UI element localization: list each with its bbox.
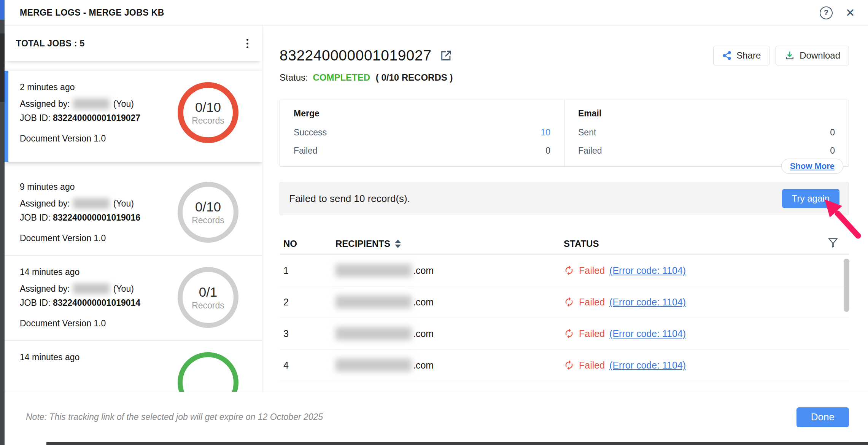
job-detail-panel: 832240000001019027 — [262, 26, 868, 392]
total-jobs-label: TOTAL JOBS : 5 — [16, 38, 85, 49]
filter-icon[interactable] — [827, 237, 839, 250]
row-status: Failed (Error code: 1104) — [564, 328, 849, 339]
job-assigned-line: Assigned by:(You) — [20, 197, 167, 211]
show-more-link[interactable]: Show More — [781, 159, 843, 174]
summary-row: Failed 0 — [578, 141, 835, 160]
job-time: 2 minutes ago — [20, 82, 167, 92]
failed-status-text: Failed — [579, 360, 605, 371]
summary-row: Success 10 — [294, 123, 550, 141]
table-row: 3 .com Failed (Error code: 1104) — [280, 318, 849, 350]
merge-logs-modal: MERGE LOGS - MERGE JOBS KB ? ✕ TOTAL JOB… — [5, 0, 868, 442]
expiry-note: Note: This tracking link of the selected… — [26, 412, 796, 422]
share-icon — [722, 51, 732, 60]
external-link-icon[interactable] — [440, 49, 453, 62]
assigned-by-label: Assigned by: — [20, 284, 70, 294]
job-time: 14 minutes ago — [20, 267, 167, 277]
job-card[interactable]: 14 minutes ago Assigned by:(You) JOB ID:… — [5, 256, 262, 341]
job-id-value: 832240000001019014 — [53, 298, 140, 308]
row-number: 4 — [283, 360, 335, 371]
records-progress-ring: 0/10 Records — [178, 82, 238, 143]
job-time: 14 minutes ago — [20, 352, 167, 362]
status-label: Status: — [280, 72, 308, 83]
modal-footer: Note: This tracking link of the selected… — [5, 392, 868, 442]
records-label: Records — [192, 116, 224, 126]
job-id-line: JOB ID: 832240000001019016 — [20, 211, 167, 225]
table-scrollbar-thumb[interactable] — [844, 259, 849, 312]
error-code-link[interactable]: (Error code: 1104) — [609, 360, 686, 371]
summary-row-value: 0 — [830, 141, 835, 160]
retry-refresh-icon[interactable] — [564, 297, 574, 307]
email-visible-suffix: .com — [413, 360, 434, 371]
assigned-you-suffix: (You) — [113, 99, 134, 109]
document-version: Document Version 1.0 — [20, 134, 167, 144]
job-id-label: JOB ID: — [20, 213, 51, 222]
email-visible-suffix: .com — [413, 265, 434, 276]
document-version: Document Version 1.0 — [20, 318, 167, 329]
recipients-table-body: 1 .com Failed (Error code: 1104) 2 .com — [280, 255, 849, 381]
records-count: 0/10 — [195, 100, 221, 115]
summary-row-value: 10 — [541, 123, 550, 141]
download-icon — [784, 50, 795, 61]
row-status: Failed (Error code: 1104) — [564, 265, 849, 276]
email-visible-suffix: .com — [413, 328, 434, 339]
retry-refresh-icon[interactable] — [564, 328, 574, 339]
assigned-by-label: Assigned by: — [20, 99, 70, 109]
failed-alert-message: Failed to send 10 record(s). — [289, 193, 782, 205]
kebab-menu-icon[interactable] — [244, 37, 251, 51]
sort-icon[interactable] — [395, 240, 401, 248]
row-recipient: .com — [335, 296, 564, 308]
close-icon[interactable]: ✕ — [846, 7, 855, 19]
row-number: 1 — [283, 265, 335, 276]
email-visible-suffix: .com — [413, 297, 434, 308]
failed-alert-bar: Failed to send 10 record(s). Try again — [280, 182, 849, 215]
records-label: Records — [192, 300, 224, 311]
error-code-link[interactable]: (Error code: 1104) — [609, 265, 686, 276]
row-number: 3 — [283, 328, 335, 339]
status-value: COMPLETED — [313, 72, 370, 83]
status-line: Status: COMPLETED ( 0/10 RECORDS ) — [280, 72, 849, 83]
bottom-white-notch — [5, 442, 46, 445]
job-assigned-line: Assigned by:(You) — [20, 282, 167, 296]
document-version: Document Version 1.0 — [20, 233, 167, 243]
background-app-strip — [0, 0, 5, 445]
job-card[interactable]: 14 minutes ago — [5, 341, 262, 392]
screen: MERGE LOGS - MERGE JOBS KB ? ✕ TOTAL JOB… — [0, 0, 868, 445]
redacted-name — [73, 99, 110, 109]
help-icon[interactable]: ? — [820, 6, 833, 19]
retry-refresh-icon[interactable] — [564, 265, 574, 276]
records-label: Records — [192, 215, 224, 226]
row-recipient: .com — [335, 327, 564, 340]
redacted-email — [335, 264, 412, 277]
redacted-email — [335, 359, 412, 372]
sidebar-header: TOTAL JOBS : 5 — [5, 26, 262, 61]
email-summary-title: Email — [578, 108, 835, 119]
assigned-by-label: Assigned by: — [20, 199, 70, 208]
background-strip-blue — [0, 0, 5, 20]
summary-row-value: 0 — [545, 141, 550, 160]
job-id-line: JOB ID: 832240000001019027 — [20, 111, 167, 125]
download-button[interactable]: Download — [776, 46, 849, 65]
merge-summary: Merge Success 10 Failed 0 — [280, 100, 564, 166]
row-recipient: .com — [335, 359, 564, 372]
redacted-email — [335, 327, 412, 340]
error-code-link[interactable]: (Error code: 1104) — [609, 297, 686, 308]
selected-card-notch — [255, 78, 262, 92]
assigned-you-suffix: (You) — [113, 199, 134, 208]
job-card[interactable]: 2 minutes ago Assigned by:(You) JOB ID: … — [5, 71, 262, 162]
job-id-value: 832240000001019016 — [53, 213, 140, 222]
jobs-sidebar: TOTAL JOBS : 5 2 minutes ago Assigned by… — [5, 26, 262, 392]
share-button-label: Share — [736, 50, 761, 61]
retry-refresh-icon[interactable] — [564, 360, 574, 370]
table-row: 4 .com Failed (Error code: 1104) — [280, 350, 849, 381]
redacted-name — [73, 198, 110, 209]
try-again-button[interactable]: Try again — [782, 189, 839, 208]
email-summary: Email Sent 0 Failed 0 — [564, 100, 849, 166]
records-count: 0/1 — [199, 284, 218, 300]
job-card[interactable]: 9 minutes ago Assigned by:(You) JOB ID: … — [5, 170, 262, 256]
records-count: 0/10 — [195, 199, 221, 215]
share-button[interactable]: Share — [713, 46, 769, 65]
column-no: NO — [283, 238, 335, 249]
done-button[interactable]: Done — [796, 407, 849, 427]
error-code-link[interactable]: (Error code: 1104) — [609, 328, 686, 339]
row-number: 2 — [283, 297, 335, 308]
